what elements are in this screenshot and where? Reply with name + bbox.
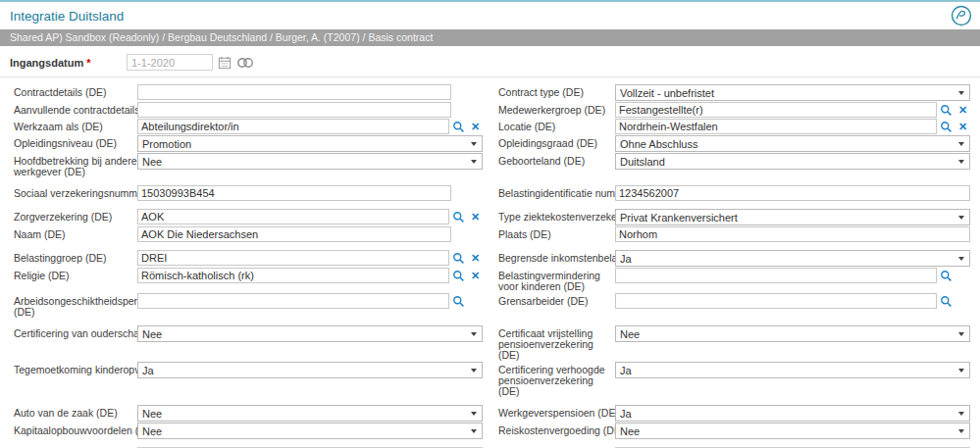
- lookup-icon[interactable]: [939, 294, 954, 309]
- locatie-input[interactable]: [615, 119, 937, 134]
- type-ziektekostenverzekering-select[interactable]: Privat Krankenversichert: [615, 209, 970, 225]
- grensarbeider-input[interactable]: [615, 293, 937, 309]
- sociaal-verzekeringsnummer-field: [137, 185, 483, 201]
- select-value: Privat Krankenversichert: [620, 212, 956, 224]
- clear-icon[interactable]: ✕: [468, 120, 483, 134]
- dropdown-arrow-icon: [958, 369, 964, 373]
- medewerkergroep-input[interactable]: [615, 102, 937, 118]
- certificering-verhoogde-pensioenverzekering-field: Ja: [615, 362, 970, 378]
- dropdown-arrow-icon: [958, 257, 964, 261]
- field-label: Naam (DE): [14, 226, 137, 240]
- certificering-van-ouderschap-field: Nee: [137, 325, 483, 342]
- form-row: Auto van de zaak (DE) Nee Werkgeverspens…: [14, 405, 970, 422]
- lookup-icon[interactable]: [451, 269, 466, 283]
- begrensde-inkomstenbelasting-field: Ja: [615, 250, 970, 267]
- calendar-icon[interactable]: [218, 56, 232, 70]
- lookup-icon[interactable]: [451, 120, 466, 134]
- field-label: Hoofdbetrekking bij andere werkgever (DE…: [14, 153, 137, 177]
- app-logo-icon[interactable]: [951, 5, 972, 26]
- dropdown-arrow-icon: [471, 142, 477, 146]
- contract-type-select[interactable]: Vollzeit - unbefristet: [615, 84, 970, 101]
- werkzaam-als-input[interactable]: [137, 119, 449, 134]
- field-label: Certificering verhoogde pensioenverzeker…: [498, 362, 615, 397]
- lookup-icon[interactable]: [451, 210, 466, 224]
- breadcrumb-text: Shared AP) Sandbox (Readonly) / Bergbau …: [10, 31, 433, 43]
- select-value: Nee: [620, 328, 956, 340]
- form-row: Arbeidsongeschiktheidspercentage (DE) Gr…: [14, 293, 970, 318]
- field-label: Tegemoetkoming kinderopvang (DE): [14, 362, 137, 375]
- zorgverzekering-input[interactable]: [137, 209, 449, 224]
- lookup-icon[interactable]: [451, 294, 466, 309]
- lookup-icon[interactable]: [451, 251, 466, 266]
- breadcrumb[interactable]: Shared AP) Sandbox (Readonly) / Bergbau …: [0, 29, 980, 46]
- plaats-input[interactable]: [615, 226, 970, 242]
- reiskostenvergoeding-select[interactable]: Nee: [615, 423, 970, 439]
- geboorteland-field: Duitsland: [615, 153, 970, 170]
- field-label: Contract type (DE): [498, 84, 615, 98]
- belastingidentificatie-nummer-input[interactable]: [615, 185, 970, 201]
- select-value: Ja: [620, 408, 956, 420]
- form-row: Hoofdbetrekking bij andere werkgever (DE…: [14, 153, 970, 177]
- form-row: Contractdetails (DE) Contract type (DE) …: [14, 84, 970, 101]
- clear-icon[interactable]: ✕: [468, 269, 483, 283]
- form-row: Naam (DE) Plaats (DE): [14, 226, 970, 242]
- lookup-icon[interactable]: [939, 269, 954, 283]
- religie-input[interactable]: [137, 268, 449, 283]
- dropdown-arrow-icon: [958, 412, 964, 416]
- certificering-verhoogde-pensioenverzekering-select[interactable]: Ja: [615, 362, 970, 378]
- select-value: Nee: [142, 425, 469, 437]
- clear-icon[interactable]: ✕: [468, 251, 483, 266]
- plaats-field: [615, 226, 970, 242]
- kapitaalopbouwvoordelen-select[interactable]: Nee: [137, 423, 483, 439]
- field-label: Geboorteland (DE): [498, 153, 615, 167]
- sociaal-verzekeringsnummer-input[interactable]: [137, 185, 451, 201]
- opleidingsniveau-select[interactable]: Promotion: [137, 135, 483, 152]
- tegemoetkoming-kinderopvang-select[interactable]: Ja: [137, 362, 483, 378]
- field-label: Opleidingsniveau (DE): [14, 135, 137, 149]
- naam-input[interactable]: [137, 226, 451, 242]
- field-label: Type ziektekostenverzekering (DE): [498, 209, 615, 223]
- aanvullende-contractdetails-input[interactable]: [137, 102, 451, 118]
- locatie-field: ✕: [615, 119, 970, 134]
- grensarbeider-field: [615, 293, 970, 309]
- contractdetails-input[interactable]: [137, 84, 451, 100]
- field-label: Religie (DE): [14, 268, 137, 281]
- begrensde-inkomstenbelasting-select[interactable]: Ja: [615, 250, 970, 267]
- auto-van-de-zaak-select[interactable]: Nee: [137, 405, 483, 422]
- form-row: Werkzaam als (DE) ✕ Locatie (DE) ✕: [14, 119, 970, 134]
- select-value: Promotion: [142, 138, 469, 150]
- start-date-input[interactable]: [127, 54, 213, 71]
- certificering-van-ouderschap-select[interactable]: Nee: [137, 325, 483, 342]
- belastinggroep-input[interactable]: [137, 250, 449, 266]
- date-link-icon[interactable]: [236, 57, 254, 69]
- certificaat-vrijstelling-pensioenverzekering-field: Nee: [615, 325, 970, 342]
- geboorteland-select[interactable]: Duitsland: [615, 153, 970, 170]
- zorgverzekering-field: ✕: [137, 209, 483, 224]
- field-label: Medewerkergroep (DE): [498, 102, 615, 116]
- naam-field: [137, 226, 483, 242]
- field-label: Locatie (DE): [498, 119, 615, 132]
- form-row: Zorgverzekering (DE) ✕ Type ziektekosten…: [14, 209, 970, 225]
- lookup-icon[interactable]: [939, 103, 954, 118]
- belastingvermindering-kinderen-input[interactable]: [615, 268, 937, 283]
- medewerkergroep-field: ✕: [615, 102, 970, 118]
- auto-van-de-zaak-field: Nee: [137, 405, 483, 422]
- clear-icon[interactable]: ✕: [955, 120, 970, 134]
- hoofdbetrekking-andere-werkgever-select[interactable]: Nee: [137, 153, 483, 170]
- dropdown-arrow-icon: [958, 332, 964, 336]
- lookup-icon[interactable]: [939, 120, 954, 134]
- field-label: Arbeidsongeschiktheidspercentage (DE): [14, 293, 137, 318]
- werkgeverspensioen-select[interactable]: Ja: [615, 405, 970, 422]
- select-value: Nee: [142, 408, 469, 420]
- clear-icon[interactable]: ✕: [468, 210, 483, 224]
- select-value: Ohne Abschluss: [620, 138, 956, 150]
- arbeidsongeschiktheidspercentage-input[interactable]: [137, 293, 449, 309]
- arbeidsongeschiktheidspercentage-field: [137, 293, 483, 309]
- field-label: Belastingidentificatie nummer (DE): [498, 185, 615, 199]
- certificaat-vrijstelling-pensioenverzekering-select[interactable]: Nee: [615, 325, 970, 342]
- dropdown-arrow-icon: [958, 160, 964, 164]
- opleidingsgraad-select[interactable]: Ohne Abschluss: [615, 135, 970, 152]
- field-label: Certificering van ouderschap (DE): [14, 325, 137, 339]
- field-label: Belastinggroep (DE): [14, 250, 137, 264]
- clear-icon[interactable]: ✕: [955, 103, 970, 118]
